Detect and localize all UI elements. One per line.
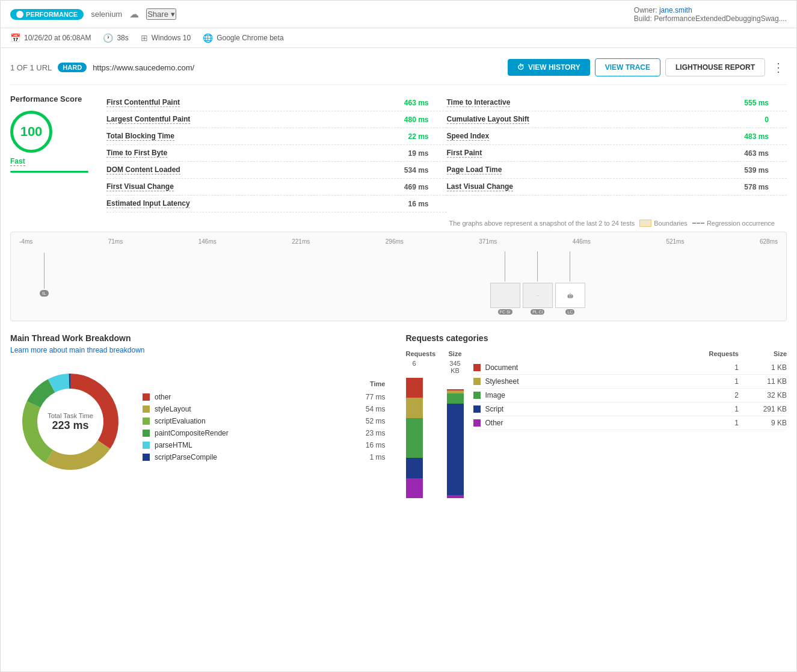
bar-segment (406, 478, 423, 498)
metric-value: 463 ms (404, 99, 429, 107)
req-count: 1 (691, 419, 739, 427)
time-header: Time (370, 380, 385, 387)
metric-row: Estimated Input Latency16 ms (106, 196, 447, 212)
req-row: Document 1 1 KB (473, 361, 787, 375)
legend-name: other (155, 393, 171, 401)
build-info: Owner: jane.smith Build: PerformanceExte… (634, 6, 787, 23)
date-label: 10/26/20 at 06:08AM (24, 34, 91, 42)
metric-value: 463 ms (744, 149, 769, 158)
req-size: 1 KB (739, 363, 787, 372)
timeline-section: -4ms71ms146ms221ms296ms371ms446ms521ms62… (10, 232, 787, 321)
requests-section: Requests categories Requests Size 6 345 … (406, 333, 787, 498)
req-row: Other 1 9 KB (473, 416, 787, 430)
legend-time: 54 ms (366, 405, 392, 413)
url-bar: 1 OF 1 URL HARD https://www.saucedemo.co… (10, 58, 787, 85)
metric-row: First Contentful Paint463 ms (106, 94, 447, 111)
metric-name: Speed Index (447, 132, 490, 141)
share-label: Share (147, 10, 168, 19)
perf-label: PERFORMANCE (26, 11, 78, 18)
legend-name: styleLayout (155, 405, 191, 413)
legend-row: other 77 ms (143, 391, 392, 403)
legend-time: 52 ms (366, 417, 392, 425)
req-size: 32 KB (739, 391, 787, 399)
metric-name: Estimated Input Latency (106, 199, 190, 208)
legend-time: 77 ms (366, 393, 392, 401)
metric-value: 534 ms (404, 166, 429, 174)
req-count: 2 (691, 391, 739, 399)
req-row: Script 1 291 KB (473, 402, 787, 416)
req-size: 11 KB (739, 377, 787, 386)
sub-bar: 📅 10/26/20 at 06:08AM 🕐 38s ⊞ Windows 10… (1, 28, 796, 48)
bar-headers: Requests Size (406, 350, 464, 357)
req-name: Other (485, 419, 691, 427)
requests-bar (406, 378, 423, 498)
thread-breakdown-section: Main Thread Work Breakdown Learn more ab… (10, 333, 392, 498)
bar-segment (406, 398, 423, 418)
metric-row: Time to Interactive555 ms (447, 94, 787, 111)
metric-name: Cumulative Layout Shift (447, 115, 529, 124)
size-bar (447, 378, 464, 498)
total-task-label: Total Task Time (48, 412, 93, 419)
metric-row: First Paint463 ms (447, 145, 787, 162)
req-dot (473, 364, 481, 371)
legend-row: parseHTML 16 ms (143, 439, 392, 451)
donut-segment (45, 440, 110, 470)
metric-name: First Contentful Paint (106, 98, 180, 107)
metric-name: Last Visual Change (447, 182, 513, 191)
metric-value: 480 ms (404, 116, 429, 124)
view-history-button[interactable]: ⏱ VIEW HISTORY (508, 59, 590, 76)
req-count: 1 (691, 363, 739, 372)
performance-grid: Performance Score 100 Fast First Content… (10, 94, 787, 212)
share-button[interactable]: Share ▾ (146, 8, 176, 20)
req-name: Script (485, 405, 691, 413)
owner-link[interactable]: jane.smith (659, 6, 692, 14)
thread-legend: Time other 77 ms styleLayout 54 ms scrip… (143, 380, 392, 463)
timeline-axis: -4ms71ms146ms221ms296ms371ms446ms521ms62… (17, 238, 780, 245)
bar-chart: Requests Size 6 345 KB (406, 350, 464, 498)
performance-badge: PERFORMANCE (10, 9, 84, 20)
cloud-icon: ☁ (129, 8, 139, 20)
bar-segment (447, 393, 464, 404)
progress-fill (10, 171, 88, 173)
req-dot (473, 419, 481, 427)
graph-note: The graphs above represent a snapshot of… (10, 220, 787, 227)
perf-icon (16, 11, 23, 18)
progress-bar (10, 171, 88, 173)
metric-row: First Visual Change469 ms (106, 179, 447, 196)
browser-icon: 🌐 (203, 33, 213, 43)
requests-title: Requests categories (406, 333, 787, 343)
metric-value: 22 ms (408, 132, 428, 141)
req-name: Stylesheet (485, 377, 691, 386)
req-count: 1 (691, 377, 739, 386)
req-count: 1 (691, 405, 739, 413)
lighthouse-report-button[interactable]: LIGHTHOUSE REPORT (665, 58, 765, 76)
metric-row: Last Visual Change578 ms (447, 179, 787, 196)
bar-segment (447, 495, 464, 498)
req-name: Image (485, 391, 691, 399)
req-dot (473, 392, 481, 399)
url-text: https://www.saucedemo.com/ (93, 63, 194, 72)
legend-row: paintCompositeRender 23 ms (143, 427, 392, 439)
view-trace-button[interactable]: VIEW TRACE (595, 58, 660, 76)
donut-segment (70, 374, 118, 449)
selenium-label: selenium (91, 10, 122, 19)
score-value: 100 (20, 124, 43, 140)
total-task-value: 223 ms (48, 419, 93, 432)
donut-segment (22, 401, 53, 463)
legend-row: scriptEvaluation 52 ms (143, 415, 392, 427)
metric-name: Largest Contentful Paint (106, 115, 190, 124)
clock-icon: 🕐 (103, 33, 113, 43)
legend-time: 23 ms (366, 429, 392, 437)
metric-value: 555 ms (744, 99, 769, 107)
thread-breakdown-link[interactable]: Learn more about main thread breakdown (10, 346, 144, 354)
legend-row: scriptParseCompile 1 ms (143, 451, 392, 463)
metric-row: Speed Index483 ms (447, 128, 787, 145)
url-count: 1 OF 1 URL (10, 63, 52, 72)
more-options-button[interactable]: ⋮ (770, 58, 787, 77)
legend-name: scriptEvaluation (155, 417, 206, 425)
performance-score-section: Performance Score 100 Fast (10, 94, 106, 212)
metric-value: 483 ms (744, 132, 769, 141)
metric-value: 19 ms (408, 149, 428, 158)
req-size: 9 KB (739, 419, 787, 427)
metric-value: 16 ms (408, 200, 428, 208)
